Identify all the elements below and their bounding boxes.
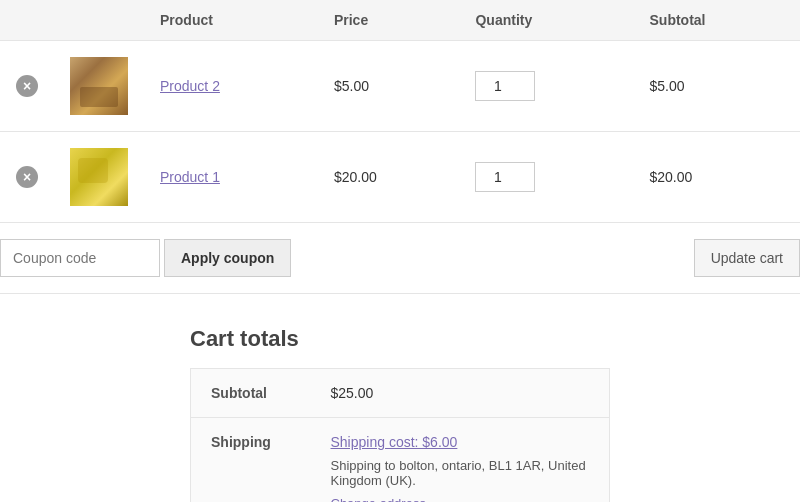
- update-cart-button[interactable]: Update cart: [694, 239, 800, 277]
- subtotal-value: $25.00: [311, 369, 610, 418]
- product2-qty-cell: [459, 41, 633, 132]
- apply-coupon-button[interactable]: Apply coupon: [164, 239, 291, 277]
- product1-link[interactable]: Product 1: [160, 169, 220, 185]
- col-price-header: Price: [318, 0, 460, 41]
- subtotal-label: Subtotal: [191, 369, 311, 418]
- cart-table: Product Price Quantity Subtotal × Produc…: [0, 0, 800, 223]
- image-cell-product2: [54, 41, 144, 132]
- col-image-header: [54, 0, 144, 41]
- product2-subtotal: $5.00: [650, 78, 685, 94]
- product2-qty-input[interactable]: [475, 71, 535, 101]
- coupon-left: Apply coupon: [0, 239, 291, 277]
- coupon-input[interactable]: [0, 239, 160, 277]
- product2-link[interactable]: Product 2: [160, 78, 220, 94]
- product1-price-cell: $20.00: [318, 132, 460, 223]
- update-cart-right: Update cart: [694, 239, 800, 277]
- change-address-link[interactable]: Change address: [331, 496, 426, 502]
- table-row: × Product 1 $20.00 $20.00: [0, 132, 800, 223]
- product2-name-cell: Product 2: [144, 41, 318, 132]
- shipping-address-text: Shipping to bolton, ontario, BL1 1AR, Un…: [331, 458, 590, 488]
- shipping-cost-link[interactable]: Shipping cost: $6.00: [331, 434, 458, 450]
- shipping-label: Shipping: [191, 418, 311, 503]
- cart-totals-section: Cart totals Subtotal $25.00 Shipping Shi…: [190, 326, 610, 502]
- coupon-section: Apply coupon Update cart: [0, 223, 800, 294]
- subtotal-row: Subtotal $25.00: [191, 369, 610, 418]
- remove-product2-button[interactable]: ×: [16, 75, 38, 97]
- product1-subtotal: $20.00: [650, 169, 693, 185]
- col-product-header: Product: [144, 0, 318, 41]
- col-subtotal-header: Subtotal: [634, 0, 801, 41]
- product1-qty-input[interactable]: [475, 162, 535, 192]
- product1-name-cell: Product 1: [144, 132, 318, 223]
- shipping-details: Shipping cost: $6.00 Shipping to bolton,…: [311, 418, 610, 503]
- cart-totals-title: Cart totals: [190, 326, 610, 352]
- product2-price-cell: $5.00: [318, 41, 460, 132]
- image-cell-product1: [54, 132, 144, 223]
- shipping-row: Shipping Shipping cost: $6.00 Shipping t…: [191, 418, 610, 503]
- product2-image: [70, 57, 128, 115]
- product1-qty-cell: [459, 132, 633, 223]
- remove-product1-button[interactable]: ×: [16, 166, 38, 188]
- product1-image: [70, 148, 128, 206]
- table-row: × Product 2 $5.00 $5.00: [0, 41, 800, 132]
- totals-table: Subtotal $25.00 Shipping Shipping cost: …: [190, 368, 610, 502]
- product1-price: $20.00: [334, 169, 377, 185]
- col-remove-header: [0, 0, 54, 41]
- remove-cell: ×: [0, 41, 54, 132]
- product1-subtotal-cell: $20.00: [634, 132, 801, 223]
- product2-price: $5.00: [334, 78, 369, 94]
- col-quantity-header: Quantity: [459, 0, 633, 41]
- product2-subtotal-cell: $5.00: [634, 41, 801, 132]
- remove-cell: ×: [0, 132, 54, 223]
